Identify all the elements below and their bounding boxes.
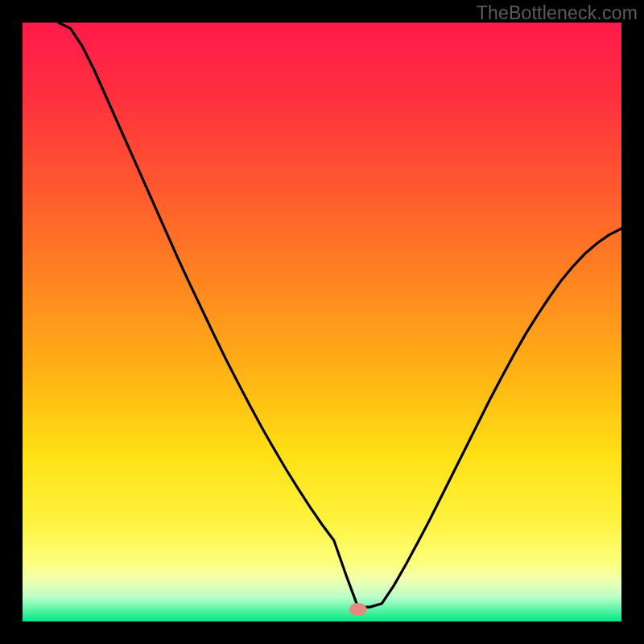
highlight-marker <box>349 603 367 616</box>
chart-frame: TheBottleneck.com <box>0 0 644 644</box>
bottleneck-chart <box>23 23 621 621</box>
watermark-text: TheBottleneck.com <box>477 2 638 24</box>
